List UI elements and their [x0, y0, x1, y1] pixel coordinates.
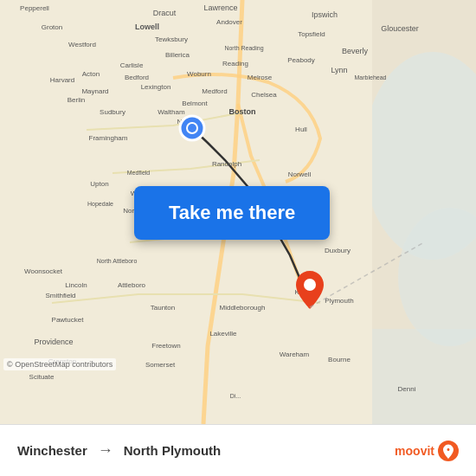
svg-text:Harvard: Harvard — [50, 76, 74, 84]
cta-button-container: Take me there — [134, 186, 330, 240]
svg-text:Framingham: Framingham — [89, 134, 128, 142]
svg-text:Berlin: Berlin — [68, 96, 85, 104]
svg-text:Denni: Denni — [398, 385, 416, 393]
svg-text:Chelsea: Chelsea — [251, 91, 277, 99]
moovit-logo: moovit — [395, 441, 459, 461]
svg-text:Hull: Hull — [295, 125, 307, 133]
svg-text:Gloucester: Gloucester — [381, 24, 419, 33]
svg-text:Topsfield: Topsfield — [298, 30, 325, 38]
svg-text:Lakeville: Lakeville — [209, 330, 237, 338]
svg-text:Pepperell: Pepperell — [20, 4, 49, 12]
svg-text:Hopedale: Hopedale — [87, 201, 113, 208]
svg-text:Bedford: Bedford — [125, 74, 149, 81]
svg-text:Dracut: Dracut — [153, 9, 177, 17]
map-copyright: © OpenStreetMap contributors — [3, 358, 116, 370]
svg-text:Taunton: Taunton — [151, 304, 175, 312]
svg-text:Lawrence: Lawrence — [203, 3, 237, 12]
svg-text:Upton: Upton — [90, 180, 108, 188]
moovit-brand-icon — [438, 441, 459, 461]
svg-text:Lexington: Lexington — [141, 83, 171, 91]
svg-text:Peabody: Peabody — [287, 56, 315, 64]
svg-text:Marblehead: Marblehead — [355, 74, 387, 80]
svg-text:Westford: Westford — [68, 41, 96, 48]
svg-text:Acton: Acton — [82, 70, 100, 78]
svg-point-78 — [188, 124, 196, 132]
svg-text:Medford: Medford — [202, 87, 227, 95]
svg-text:Duxbury: Duxbury — [325, 247, 351, 254]
svg-text:Somerset: Somerset — [145, 361, 176, 369]
svg-text:Maynard: Maynard — [81, 87, 108, 95]
svg-text:Andover: Andover — [216, 18, 242, 26]
svg-text:Lowell: Lowell — [135, 23, 159, 31]
svg-text:Belmont: Belmont — [182, 100, 208, 107]
svg-text:Woonsocket: Woonsocket — [24, 267, 63, 275]
svg-text:Wareham: Wareham — [280, 351, 310, 358]
svg-text:Carlisle: Carlisle — [120, 61, 144, 69]
svg-text:Medfield: Medfield — [127, 170, 151, 176]
svg-text:Middleborough: Middleborough — [220, 304, 266, 312]
destination-label: North Plymouth — [124, 443, 222, 458]
svg-text:Bourne: Bourne — [328, 356, 351, 363]
svg-text:Lynn: Lynn — [331, 66, 347, 74]
svg-text:Attleboro: Attleboro — [118, 281, 146, 289]
svg-text:Tewksbury: Tewksbury — [155, 35, 188, 43]
svg-text:Freetown: Freetown — [151, 342, 180, 350]
svg-text:Norwell: Norwell — [288, 170, 312, 178]
svg-text:Di...: Di... — [230, 393, 241, 399]
svg-text:Woburn: Woburn — [187, 70, 211, 78]
svg-text:Billerica: Billerica — [165, 51, 190, 59]
map-container: Lawrence Ipswich Gloucester Pepperell Dr… — [0, 0, 476, 424]
svg-text:Waltham: Waltham — [158, 108, 185, 116]
origin-label: Winchester — [17, 443, 87, 458]
svg-text:Ipswich: Ipswich — [312, 10, 338, 19]
svg-text:Pawtucket: Pawtucket — [52, 316, 85, 324]
svg-text:Randolph: Randolph — [212, 160, 241, 168]
svg-text:Reading: Reading — [222, 60, 248, 68]
svg-text:Sudbury: Sudbury — [100, 108, 125, 116]
svg-text:Boston: Boston — [229, 107, 256, 116]
svg-text:Melrose: Melrose — [248, 74, 273, 81]
svg-text:Providence: Providence — [34, 338, 73, 346]
svg-text:Lincoln: Lincoln — [65, 281, 87, 289]
svg-text:Plymouth: Plymouth — [325, 297, 353, 305]
svg-point-79 — [304, 279, 316, 291]
bottom-bar: Winchester → North Plymouth moovit — [0, 424, 476, 476]
take-me-there-button[interactable]: Take me there — [134, 186, 330, 240]
svg-text:Smithfield: Smithfield — [45, 292, 75, 299]
svg-text:North Reading: North Reading — [224, 45, 263, 52]
moovit-brand-text: moovit — [395, 444, 434, 458]
arrow-right-icon: → — [98, 441, 113, 460]
svg-text:North Attleboro: North Attleboro — [97, 258, 138, 264]
svg-text:Beverly: Beverly — [342, 47, 369, 55]
svg-text:Groton: Groton — [42, 23, 62, 31]
svg-text:Scituate: Scituate — [29, 373, 55, 381]
